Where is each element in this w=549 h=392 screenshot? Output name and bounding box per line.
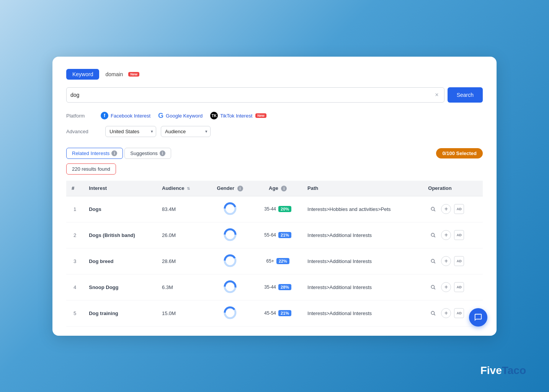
- age-info-icon: i: [281, 186, 287, 191]
- row-num: 1: [66, 196, 83, 222]
- country-dropdown-wrap: United States United Kingdom Canada Aust…: [105, 126, 156, 137]
- related-info-icon: i: [111, 150, 117, 156]
- op-add-btn[interactable]: +: [441, 308, 451, 318]
- op-ad-btn[interactable]: AD: [454, 308, 464, 318]
- svg-line-19: [434, 314, 435, 315]
- suggestions-label: Suggestions: [130, 150, 158, 156]
- google-label: Google Keyword: [166, 113, 203, 119]
- row-path: Interests>Additional Interests: [302, 274, 423, 300]
- svg-point-2: [431, 207, 435, 210]
- svg-line-3: [434, 210, 435, 211]
- row-audience: 6.3M: [157, 274, 206, 300]
- op-search-btn[interactable]: [428, 204, 438, 214]
- col-gender: Gender i: [206, 181, 253, 196]
- tab-suggestions[interactable]: Suggestions i: [124, 148, 171, 159]
- op-ad-btn[interactable]: AD: [454, 230, 464, 240]
- row-operation: + AD: [423, 248, 483, 274]
- platform-google[interactable]: G Google Keyword: [158, 112, 203, 120]
- row-operation: + AD: [423, 196, 483, 222]
- facebook-label: Facebook Interest: [111, 113, 150, 119]
- row-path: Interests>Hobbies and activities>Pets: [302, 196, 423, 222]
- row-interest: Dogs: [83, 196, 157, 222]
- row-num: 3: [66, 248, 83, 274]
- clear-button[interactable]: ×: [433, 91, 440, 98]
- gender-info-icon: i: [237, 186, 243, 191]
- facebook-icon: f: [101, 112, 108, 119]
- row-age: 55-64 21%: [253, 222, 302, 248]
- platform-options: f Facebook Interest G Google Keyword TK …: [101, 112, 266, 120]
- search-input-wrap: ×: [66, 87, 444, 103]
- row-path: Interests>Additional Interests: [302, 222, 423, 248]
- row-interest: Dogs (British band): [83, 222, 157, 248]
- tabs-left: Related Interests i Suggestions i: [66, 148, 171, 159]
- svg-point-6: [431, 233, 435, 236]
- search-button[interactable]: Search: [448, 87, 483, 103]
- data-table: # Interest Audience ⇅ Gender i Age i Pat…: [66, 181, 483, 327]
- col-operation: Operation: [423, 181, 483, 196]
- audience-sort-icon[interactable]: ⇅: [187, 186, 190, 191]
- op-add-btn[interactable]: +: [441, 204, 451, 214]
- platform-facebook[interactable]: f Facebook Interest: [101, 112, 150, 119]
- row-audience: 83.4M: [157, 196, 206, 222]
- tab-related-interests[interactable]: Related Interests i: [66, 148, 123, 159]
- svg-point-18: [431, 311, 435, 314]
- platform-label: Platform: [66, 113, 101, 119]
- row-age: 45-54 21%: [253, 300, 302, 326]
- svg-line-15: [434, 288, 435, 289]
- row-gender: [206, 274, 253, 300]
- row-path: Interests>Additional Interests: [302, 300, 423, 326]
- brand-taco: Taco: [502, 364, 526, 376]
- audience-dropdown-wrap: Audience Reach Engagement: [161, 126, 211, 137]
- tiktok-new-badge: New: [255, 113, 266, 118]
- google-icon: G: [158, 112, 163, 120]
- country-select[interactable]: United States United Kingdom Canada Aust…: [105, 126, 156, 137]
- advanced-label: Advanced: [66, 129, 101, 134]
- results-count: 220 results found: [66, 163, 116, 175]
- row-num: 4: [66, 274, 83, 300]
- search-input[interactable]: [70, 92, 433, 98]
- op-add-btn[interactable]: +: [441, 230, 451, 240]
- op-search-btn[interactable]: [428, 256, 438, 266]
- row-operation: + AD: [423, 222, 483, 248]
- row-gender: [206, 248, 253, 274]
- col-num: #: [66, 181, 83, 196]
- op-ad-btn[interactable]: AD: [454, 256, 464, 266]
- row-interest: Dog training: [83, 300, 157, 326]
- op-search-btn[interactable]: [428, 230, 438, 240]
- svg-point-14: [431, 285, 435, 288]
- table-row: 4 Snoop Dogg 6.3M 35-44 28% Interests>Ad…: [66, 274, 483, 300]
- tab-domain[interactable]: domain: [102, 69, 126, 80]
- related-interests-label: Related Interests: [72, 150, 109, 156]
- row-age: 65+ 22%: [253, 248, 302, 274]
- col-age: Age i: [253, 181, 302, 196]
- brand-footer: FiveTaco: [480, 364, 526, 377]
- top-tabs: Keyword domain New: [66, 69, 483, 80]
- row-audience: 15.0M: [157, 300, 206, 326]
- op-search-btn[interactable]: [428, 308, 438, 318]
- op-search-btn[interactable]: [428, 282, 438, 292]
- col-audience: Audience ⇅: [157, 181, 206, 196]
- tab-domain-wrap: domain New: [102, 69, 139, 80]
- domain-new-badge: New: [128, 72, 139, 77]
- advanced-row: Advanced United States United Kingdom Ca…: [66, 126, 483, 137]
- row-operation: + AD: [423, 274, 483, 300]
- row-gender: [206, 300, 253, 326]
- row-interest: Snoop Dogg: [83, 274, 157, 300]
- row-gender: [206, 196, 253, 222]
- op-add-btn[interactable]: +: [441, 256, 451, 266]
- table-body: 1 Dogs 83.4M 35-44 20% Interests>Hobbies…: [66, 196, 483, 326]
- tab-keyword[interactable]: Keyword: [66, 69, 99, 80]
- op-add-btn[interactable]: +: [441, 282, 451, 292]
- op-ad-btn[interactable]: AD: [454, 204, 464, 214]
- audience-select[interactable]: Audience Reach Engagement: [161, 126, 211, 137]
- platform-tiktok[interactable]: TK TikTok Interest New: [210, 112, 266, 119]
- row-interest: Dog breed: [83, 248, 157, 274]
- brand-five: Five: [480, 364, 502, 376]
- tabs-bar: Related Interests i Suggestions i 0/100 …: [66, 148, 483, 159]
- svg-point-10: [431, 259, 435, 262]
- selected-badge: 0/100 Selected: [436, 148, 483, 158]
- chat-button[interactable]: [469, 308, 487, 327]
- suggestions-info-icon: i: [160, 150, 165, 156]
- op-ad-btn[interactable]: AD: [454, 282, 464, 292]
- svg-line-7: [434, 236, 435, 237]
